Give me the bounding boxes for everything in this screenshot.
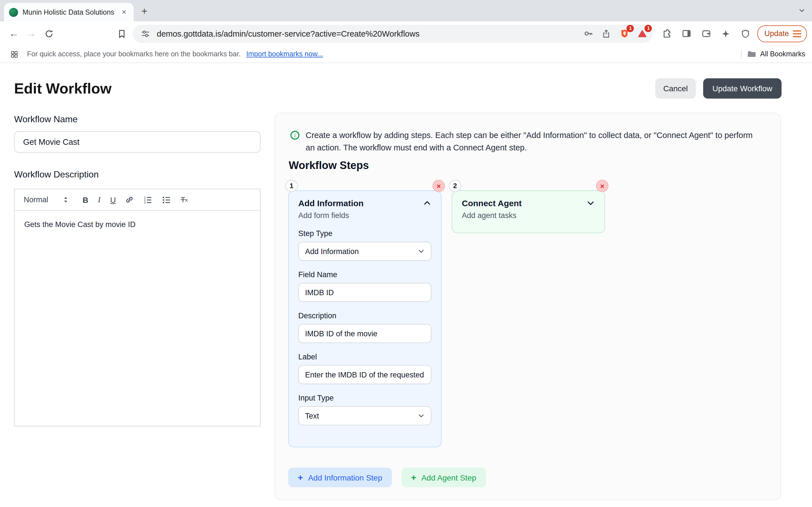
new-tab-button[interactable] (137, 4, 152, 19)
leo-ai-icon[interactable] (719, 26, 733, 41)
link-button[interactable] (125, 195, 134, 204)
share-icon[interactable] (600, 27, 613, 40)
ordered-list-icon: 123 (144, 195, 153, 204)
expand-chevron-down-icon[interactable] (587, 199, 595, 207)
text-style-select[interactable]: Normal (24, 195, 68, 204)
add-information-step-button[interactable]: Add Information Step (288, 467, 392, 487)
info-banner: Create a workflow by adding steps. Each … (290, 129, 762, 154)
chevron-down-icon (418, 412, 424, 419)
bookmarks-hint: For quick access, place your bookmarks h… (27, 50, 241, 58)
plus-icon (298, 473, 303, 482)
wallet-icon[interactable] (699, 26, 714, 41)
info-icon (290, 131, 299, 140)
password-key-icon[interactable] (581, 27, 595, 40)
field-name-input-wrap (298, 283, 432, 302)
vpn-shield-icon[interactable] (739, 26, 753, 41)
editor-toolbar: Normal B I U 123 Tx (15, 189, 260, 211)
collapse-chevron-up-icon[interactable] (423, 199, 432, 207)
field-name-input[interactable] (305, 288, 424, 297)
underline-button[interactable]: U (110, 195, 116, 204)
workflow-name-input[interactable] (14, 131, 260, 153)
bullet-list-button[interactable] (162, 195, 171, 204)
side-panel-icon[interactable] (679, 26, 694, 41)
workflow-description-label: Workflow Description (14, 170, 99, 180)
back-button[interactable] (5, 25, 22, 42)
bold-button[interactable]: B (83, 195, 88, 204)
input-type-label: Input Type (298, 394, 432, 402)
step-card-connect-agent: 2 Connect Agent Add agent tasks (452, 190, 605, 233)
folder-icon (747, 50, 756, 59)
step-subtitle: Add form fields (298, 211, 432, 220)
update-label: Update (764, 29, 789, 38)
brave-shields-icon[interactable]: 1 (618, 27, 631, 40)
tab-strip: Munin Holistic Data Solutions (0, 0, 812, 21)
plus-icon (411, 473, 416, 482)
tab-search-chevron-icon[interactable] (799, 6, 805, 16)
rewards-triangle-icon[interactable]: 1 (636, 27, 649, 40)
remove-step-button[interactable] (433, 180, 445, 192)
description-input-wrap (298, 324, 432, 343)
label-input[interactable] (305, 371, 424, 379)
workflow-steps-heading: Workflow Steps (289, 159, 369, 172)
workflow-name-label: Workflow Name (14, 114, 78, 124)
browser-tab[interactable]: Munin Holistic Data Solutions (4, 3, 134, 21)
step-card-add-information: 1 Add Information Add form fields Step T… (288, 190, 442, 447)
url-text: demos.gottdata.is/admin/customer-service… (157, 29, 577, 38)
description-text-area[interactable]: Gets the Movie Cast by movie ID (15, 211, 260, 426)
label-input-wrap (298, 365, 432, 384)
extensions-puzzle-icon[interactable] (659, 26, 674, 41)
all-bookmarks-label: All Bookmarks (760, 50, 805, 58)
workflow-steps-panel: Create a workflow by adding steps. Each … (274, 113, 781, 500)
step-title: Connect Agent (462, 198, 522, 208)
tab-close-icon[interactable] (119, 8, 129, 17)
forward-button[interactable] (22, 25, 40, 42)
italic-button[interactable]: I (98, 195, 100, 204)
panel-actions: Add Information Step Add Agent Step (288, 467, 486, 487)
label-label: Label (298, 353, 432, 361)
description-label: Description (298, 312, 432, 320)
bookmark-icon[interactable] (114, 25, 130, 41)
browser-update-button[interactable]: Update (758, 25, 807, 42)
menu-hamburger-icon[interactable] (793, 30, 801, 37)
shields-badge: 1 (627, 24, 634, 32)
step-number-badge: 2 (449, 180, 461, 192)
bookmarks-divider (741, 50, 742, 59)
site-settings-icon[interactable] (139, 27, 152, 40)
step-type-label: Step Type (298, 229, 432, 238)
tab-title: Munin Holistic Data Solutions (22, 8, 115, 16)
browser-window: Munin Holistic Data Solutions demos.gott… (0, 0, 812, 507)
workflow-description-editor: Normal B I U 123 Tx Gets the (14, 189, 260, 427)
bookmarks-bar: For quick access, place your bookmarks h… (0, 46, 812, 63)
browser-toolbar: demos.gottdata.is/admin/customer-service… (0, 21, 812, 46)
apps-grid-icon[interactable] (7, 47, 21, 61)
clear-format-button[interactable]: Tx (181, 195, 188, 204)
sort-arrows-icon (63, 196, 68, 203)
add-agent-step-button[interactable]: Add Agent Step (402, 467, 486, 487)
info-text: Create a workflow by adding steps. Each … (306, 129, 762, 154)
link-icon (125, 195, 134, 204)
cancel-button[interactable]: Cancel (655, 78, 696, 99)
reload-button[interactable] (40, 25, 57, 42)
site-favicon-icon (9, 8, 18, 17)
import-bookmarks-link[interactable]: Import bookmarks now... (246, 50, 323, 58)
page-content: Edit Workflow Cancel Update Workflow Wor… (0, 63, 812, 507)
input-type-select[interactable]: Text (298, 406, 432, 425)
page-title: Edit Workflow (14, 80, 112, 98)
extension-icons (659, 26, 753, 41)
update-workflow-button[interactable]: Update Workflow (703, 78, 781, 99)
svg-text:3: 3 (144, 201, 146, 204)
chevron-down-icon (418, 248, 424, 255)
text-style-value: Normal (24, 195, 48, 204)
description-input[interactable] (305, 329, 424, 338)
url-bar[interactable]: demos.gottdata.is/admin/customer-service… (133, 24, 653, 43)
bullet-list-icon (162, 195, 171, 204)
step-title: Add Information (298, 198, 364, 208)
step-type-select[interactable]: Add Information (298, 242, 432, 261)
field-name-label: Field Name (298, 270, 432, 279)
step-subtitle: Add agent tasks (462, 211, 595, 220)
rewards-badge: 1 (645, 24, 652, 32)
step-number-badge: 1 (285, 180, 298, 192)
ordered-list-button[interactable]: 123 (144, 195, 153, 204)
all-bookmarks-button[interactable]: All Bookmarks (747, 50, 805, 59)
remove-step-button[interactable] (596, 180, 608, 192)
